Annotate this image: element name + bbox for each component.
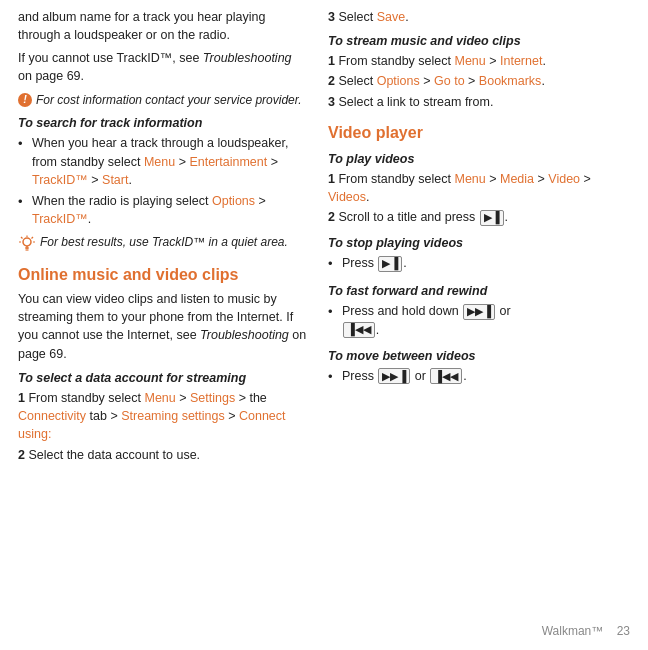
svg-line-6 <box>21 237 23 239</box>
ff-bullet-dot: • <box>328 302 342 338</box>
menu-link-2: Menu <box>144 391 175 405</box>
streaming-settings-link: Streaming settings <box>121 409 225 423</box>
search-bullet-1: • When you hear a track through a loudsp… <box>18 134 308 188</box>
lightbulb-icon <box>18 235 36 253</box>
bullet-dot-1: • <box>18 134 32 188</box>
left-column: and album name for a track you hear play… <box>0 8 318 642</box>
connectivity-link: Connectivity <box>18 409 86 423</box>
pv1-menu: Menu <box>454 172 485 186</box>
right-column: 3 Select Save. To stream music and video… <box>318 8 648 642</box>
para2b-text: on page 69. <box>18 69 84 83</box>
settings-link: Settings <box>190 391 235 405</box>
svg-point-0 <box>23 238 31 246</box>
stream-step-2: 2 Select the data account to use. <box>18 446 308 464</box>
move-bullet: • Press ▶▶▐ or ▐◀◀. <box>328 367 630 387</box>
play-videos-heading: To play videos <box>328 150 630 168</box>
tip-text: For best results, use TrackID™ in a quie… <box>40 234 288 251</box>
rew-btn-2: ▐◀◀ <box>430 368 462 384</box>
goto-link: Go to <box>434 74 465 88</box>
move-heading: To move between videos <box>328 347 630 365</box>
step2-text: 2 Select the data account to use. <box>18 446 200 464</box>
online-music-heading: Online music and video clips <box>18 263 308 286</box>
start-link: Start <box>102 173 128 187</box>
internet-link: Internet <box>500 54 542 68</box>
rv-step-1: 1 From standby select Menu > Internet. <box>328 52 630 70</box>
save-link: Save <box>377 10 406 24</box>
search-bullet-2: • When the radio is playing select Optio… <box>18 192 308 228</box>
search-heading: To search for track information <box>18 114 308 132</box>
rv-step-2: 2 Select Options > Go to > Bookmarks. <box>328 72 630 90</box>
play-btn-1: ▶▐ <box>480 210 504 226</box>
rew-btn-1: ▐◀◀ <box>343 322 375 338</box>
pv-step-2: 2 Scroll to a title and press ▶▐. <box>328 208 630 226</box>
rv-step-3: 3 Select a link to stream from. <box>328 93 630 111</box>
notice-text: For cost information contact your servic… <box>36 92 302 109</box>
footer-walkman: Walkman™ <box>542 624 604 638</box>
ff-bullet: • Press and hold down ▶▶▐ or▐◀◀. <box>328 302 630 338</box>
ff-heading: To fast forward and rewind <box>328 282 630 300</box>
rv2-options: Options <box>377 74 420 88</box>
entertainment-link: Entertainment <box>189 155 267 169</box>
tip-notice: For best results, use TrackID™ in a quie… <box>18 234 308 253</box>
cost-notice: ! For cost information contact your serv… <box>18 92 308 109</box>
bullet-1-text: When you hear a track through a loudspea… <box>32 134 308 188</box>
trouble-ref-2: Troubleshooting <box>200 328 289 342</box>
pv-step-1: 1 From standby select Menu > Media > Vid… <box>328 170 630 206</box>
para-troubleshoot-ref: If you cannot use TrackID™, see Troubles… <box>18 49 308 85</box>
bullet-dot-2: • <box>18 192 32 228</box>
bullet-2-text: When the radio is playing select Options… <box>32 192 308 228</box>
streaming-account-heading: To select a data account for streaming <box>18 369 308 387</box>
para1-text: and album name for a track you hear play… <box>18 10 265 42</box>
footer-page: 23 <box>617 624 630 638</box>
play-btn-2: ▶▐ <box>378 256 402 272</box>
troubleshooting-ref: Troubleshooting <box>203 51 292 65</box>
stream-video-heading: To stream music and video clips <box>328 32 630 50</box>
options-link-1: Options <box>212 194 255 208</box>
online-music-para: You can view video clips and listen to m… <box>18 290 308 363</box>
ff-btn-2: ▶▶▐ <box>378 368 410 384</box>
para2-text: If you cannot use TrackID™, see <box>18 51 199 65</box>
media-link: Media <box>500 172 534 186</box>
svg-line-7 <box>32 237 34 239</box>
rv1-menu: Menu <box>454 54 485 68</box>
menu-link-1: Menu <box>144 155 175 169</box>
bookmarks-link: Bookmarks <box>479 74 542 88</box>
trackid-link-1: TrackID™ <box>32 173 88 187</box>
para-trackid-intro: and album name for a track you hear play… <box>18 8 308 44</box>
stream-step-1: 1 1 From standby select Menu > Settings … <box>18 389 308 443</box>
stop-bullet: • Press ▶▐. <box>328 254 630 274</box>
trackid-link-2: TrackID™ <box>32 212 88 226</box>
stop-bullet-dot: • <box>328 254 342 274</box>
video-link: Video <box>548 172 580 186</box>
notice-icon: ! <box>18 93 32 107</box>
save-step-3: 3 Select Save. <box>328 8 630 26</box>
footer: Walkman™ 23 <box>542 623 630 640</box>
ff-btn: ▶▶▐ <box>463 304 495 320</box>
move-bullet-dot: • <box>328 367 342 387</box>
videos-link: Videos <box>328 190 366 204</box>
step1-text: 1 From standby select Menu > Settings > … <box>18 389 308 443</box>
step3-text: 3 Select Save. <box>328 8 409 26</box>
video-player-heading: Video player <box>328 121 630 144</box>
stop-videos-heading: To stop playing videos <box>328 234 630 252</box>
